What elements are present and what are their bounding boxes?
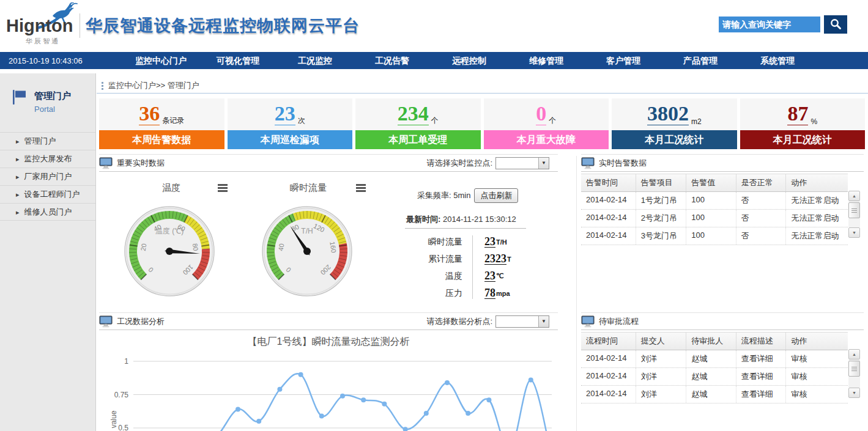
table-cell: 2014-02-14 [581, 386, 636, 403]
row-action[interactable]: 查看详细 [736, 386, 786, 403]
stat-card-unit: 条记录 [162, 116, 184, 126]
stat-card-4: 0个本月重大故障 [484, 98, 609, 149]
table-header: 告警时间告警项目告警值是否正常动作 [581, 174, 848, 192]
reading-unit: T/H [496, 238, 507, 246]
table-row: 2014-02-142号龙门吊100否无法正常启动 [581, 210, 848, 227]
scroll-track[interactable] [848, 201, 860, 227]
nav-item-9[interactable]: 系统管理 [739, 52, 816, 69]
stat-card-5: 3802m2本月工况统计 [612, 98, 737, 149]
sidebar-item-label: 厂家用户门户 [24, 172, 72, 181]
table-cell: 100 [686, 210, 736, 227]
sidebar-item-label: 监控大屏发布 [24, 154, 72, 163]
row-action[interactable]: 查看详细 [736, 368, 786, 385]
chevron-down-icon: ▼ [538, 316, 549, 327]
realtime-section-header: 重要实时数据 请选择实时监控点: ▼ [99, 154, 558, 172]
reading-row: 温度23℃ [404, 267, 538, 285]
nav-item-4[interactable]: 工况告警 [354, 52, 431, 69]
sidebar-item-2[interactable]: ▸监控大屏发布 [0, 150, 95, 168]
reading-value: 23 [484, 236, 495, 248]
nav-item-2[interactable]: 可视化管理 [199, 52, 276, 69]
sidebar-menu: ▸管理门户▸监控大屏发布▸厂家用户门户▸设备工程师门户▸维修人员门户 [0, 132, 95, 221]
scroll-up-icon[interactable]: ▲ [848, 349, 860, 359]
sidebar-item-5[interactable]: ▸维修人员门户 [0, 203, 95, 221]
nav-item-5[interactable]: 远程控制 [431, 52, 508, 69]
analysis-select-label: 请选择数据分析点: [426, 316, 492, 327]
sidebar-item-label: 设备工程师门户 [24, 190, 80, 199]
scroll-thumb[interactable] [848, 361, 860, 377]
scroll-down-icon[interactable]: ▼ [848, 227, 860, 238]
table-cell: 赵城 [686, 350, 736, 367]
analysis-section-header: 工况数据分析 请选择数据分析点: ▼ [99, 312, 558, 330]
column-header: 动作 [785, 333, 848, 350]
svg-text:value: value [109, 410, 118, 428]
table-cell: 刘洋 [636, 368, 686, 385]
arrow-right-icon: ▸ [16, 155, 20, 163]
row-action[interactable]: 审核 [785, 350, 848, 367]
monitor-icon [581, 315, 595, 328]
nav-item-7[interactable]: 客户管理 [585, 52, 662, 69]
stat-card-value[interactable]: 3802 [647, 103, 689, 125]
breadcrumb-divider [97, 93, 868, 94]
stat-cards: 36条记录本周告警数据23次本周巡检漏项234个本周工单受理0个本月重大故障38… [99, 98, 865, 149]
nav-item-3[interactable]: 工况监控 [276, 52, 354, 69]
alarm-table-scrollbar[interactable]: ▲▼ [848, 191, 860, 238]
reading-row: 累计流量2323T [404, 250, 538, 268]
nav-item-8[interactable]: 产品管理 [662, 52, 739, 69]
table-row: 2014-02-14刘洋赵城查看详细审核 [581, 350, 848, 368]
refresh-button[interactable]: 点击刷新 [474, 188, 518, 203]
info-divider [405, 228, 526, 229]
stat-card-value[interactable]: 87 [787, 103, 808, 125]
section-title: 待审批流程 [599, 316, 639, 327]
scroll-up-icon[interactable]: ▲ [848, 191, 860, 201]
table-cell: 赵城 [686, 386, 736, 403]
sidebar-item-3[interactable]: ▸厂家用户门户 [0, 168, 95, 185]
gauge-menu-icon[interactable] [218, 184, 228, 193]
svg-text:80: 80 [191, 243, 200, 251]
flow-line-chart: 10.750.5value [99, 351, 558, 431]
sidebar-item-label: 维修人员门户 [24, 207, 72, 216]
table-cell: 100 [686, 192, 736, 209]
stat-card-value[interactable]: 23 [275, 103, 295, 125]
reading-value: 23 [484, 270, 495, 282]
section-title: 重要实时数据 [117, 158, 165, 169]
stat-card-6: 87%本月工况统计 [740, 98, 866, 149]
nav-item-6[interactable]: 维修管理 [508, 52, 585, 69]
stat-card-value[interactable]: 36 [139, 103, 160, 125]
stat-card-value[interactable]: 234 [398, 103, 429, 125]
approval-table-scrollbar[interactable]: ▲▼ [848, 349, 860, 398]
gauge-menu-icon[interactable] [356, 184, 366, 193]
frequency-row: 采集频率: 5min 点击刷新 [417, 188, 518, 203]
column-header: 待审批人 [686, 333, 736, 350]
monitor-point-select[interactable]: ▼ [495, 157, 549, 169]
stat-card-3: 234个本周工单受理 [355, 98, 481, 149]
scroll-down-icon[interactable]: ▼ [848, 388, 860, 398]
frequency-text: 采集频率: 5min [417, 190, 470, 201]
scroll-thumb[interactable] [848, 202, 860, 218]
row-action[interactable]: 查看详细 [736, 350, 786, 367]
search-button[interactable] [824, 15, 847, 34]
stat-card-value[interactable]: 0 [536, 103, 546, 125]
reading-label: 瞬时流量 [404, 237, 462, 248]
row-action[interactable]: 审核 [785, 386, 848, 403]
stat-card-label: 本周告警数据 [99, 130, 224, 149]
analysis-point-select[interactable]: ▼ [495, 315, 549, 328]
nav-item-1[interactable]: 监控中心门户 [122, 52, 199, 69]
table-row: 2014-02-14刘洋赵城查看详细审核 [581, 386, 848, 403]
monitor-select-label: 请选择实时监控点: [426, 158, 492, 169]
logo-text: Hignton [6, 16, 73, 36]
scroll-track[interactable] [848, 359, 860, 388]
row-action[interactable]: 审核 [785, 368, 848, 385]
dashboard-page: Hignton 华辰智通 华辰智通设备远程监控物联网云平台 2015-10-19… [0, 0, 868, 431]
sidebar-item-1[interactable]: ▸管理门户 [0, 132, 95, 150]
sidebar-item-4[interactable]: ▸设备工程师门户 [0, 185, 95, 203]
table-cell: 无法正常启动 [785, 227, 848, 245]
stat-card-unit: 次 [298, 116, 305, 126]
monitor-icon [99, 157, 113, 169]
main-nav: 2015-10-19 10:43:06 监控中心门户可视化管理工况监控工况告警远… [0, 52, 868, 69]
svg-text:20: 20 [139, 243, 148, 251]
content-divider [576, 156, 577, 431]
logo-divider [80, 13, 80, 38]
search-icon [829, 18, 842, 30]
search-input[interactable] [719, 17, 820, 32]
stat-card-label: 本月工况统计 [612, 130, 737, 149]
